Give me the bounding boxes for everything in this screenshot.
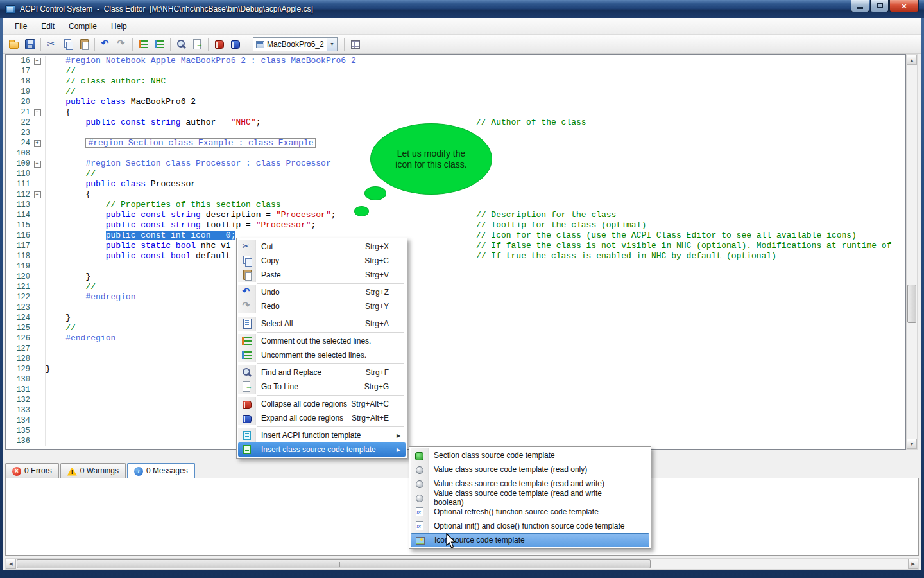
code-line-17[interactable]: 17 // xyxy=(6,66,905,76)
menu-item-insert-acpi-function-template[interactable]: Insert ACPI function template▶ xyxy=(238,428,406,442)
code-line-133[interactable]: 133 xyxy=(6,405,905,416)
close-button[interactable] xyxy=(889,0,919,12)
code-line-123[interactable]: 123 xyxy=(6,302,905,313)
comment-button[interactable] xyxy=(135,36,151,52)
code-line-20[interactable]: 20 public class MacBookPro6_2 xyxy=(6,97,905,107)
fold-expand-icon[interactable]: + xyxy=(34,140,41,147)
scroll-up-button[interactable] xyxy=(907,55,917,65)
code-line-19[interactable]: 19 // xyxy=(6,87,905,97)
find-replace-button[interactable] xyxy=(173,36,189,52)
fold-collapse-icon[interactable]: − xyxy=(34,58,41,65)
menu-compile[interactable]: Compile xyxy=(62,19,104,33)
code-line-130[interactable]: 130 xyxy=(6,374,905,385)
scroll-left-button[interactable] xyxy=(6,559,16,569)
menu-item-optional-refresh-function-source-code-template[interactable]: Optional refresh() function source code … xyxy=(411,505,649,519)
redo-button[interactable] xyxy=(114,36,130,52)
code-line-18[interactable]: 18 // class author: NHC xyxy=(6,76,905,87)
minimize-button[interactable] xyxy=(851,0,869,12)
menu-item-value-class-source-code-template-read-and-write-boolean[interactable]: Value class source code template (read a… xyxy=(411,491,649,505)
menu-help[interactable]: Help xyxy=(104,19,134,33)
cut-button[interactable] xyxy=(44,36,60,52)
code-line-118[interactable]: 118 public const bool default // If true… xyxy=(6,251,905,261)
find-replace-icon xyxy=(242,367,252,378)
code-editor[interactable]: 16− #region Notebook Apple MacBookPro6_2… xyxy=(5,54,906,450)
menu-icon-column xyxy=(238,411,256,425)
scroll-right-button[interactable] xyxy=(908,559,918,569)
menu-item-copy[interactable]: CopyStrg+C xyxy=(238,254,406,268)
horizontal-scrollbar-thumb[interactable] xyxy=(17,559,651,568)
menu-item-go-to-line[interactable]: Go To LineStrg+G xyxy=(238,380,406,394)
menu-item-paste[interactable]: PasteStrg+V xyxy=(238,268,406,282)
code-line-116[interactable]: 116 public const int icon = 0; // Icon f… xyxy=(6,231,905,241)
menu-item-undo[interactable]: UndoStrg+Z xyxy=(238,285,406,299)
menu-item-uncomment-the-selected-lines[interactable]: Uncomment the selected lines. xyxy=(238,348,406,362)
line-number: 23 xyxy=(6,128,30,138)
code-line-117[interactable]: 117 public static bool nhc_vi // If fals… xyxy=(6,241,905,251)
code-line-115[interactable]: 115 public const string tooltip = "Proce… xyxy=(6,220,905,231)
icon-editor-button[interactable] xyxy=(347,36,363,52)
horizontal-scrollbar[interactable] xyxy=(5,558,919,570)
fold-column xyxy=(30,66,44,76)
undo-button[interactable] xyxy=(98,36,114,52)
fold-collapse-icon[interactable]: − xyxy=(34,109,41,116)
fold-collapse-icon[interactable]: − xyxy=(34,161,41,168)
vertical-scrollbar-thumb[interactable] xyxy=(907,285,916,323)
code-line-120[interactable]: 120 } xyxy=(6,272,905,282)
code-line-135[interactable]: 135 xyxy=(6,426,905,436)
tab-0-errors[interactable]: 0 Errors xyxy=(5,463,59,478)
code-line-122[interactable]: 122 #endregion xyxy=(6,292,905,302)
expand-regions-button[interactable] xyxy=(227,36,243,52)
title-bar[interactable]: ACPI Control System - Class Editor [M:\N… xyxy=(0,0,924,18)
copy-button[interactable] xyxy=(60,36,76,52)
menu-item-section-class-source-code-template[interactable]: Section class source code template xyxy=(411,448,649,462)
menu-item-comment-out-the-selected-lines[interactable]: Comment out the selected lines. xyxy=(238,334,406,348)
goto-line-button[interactable] xyxy=(189,36,205,52)
menu-item-expand-all-code-regions[interactable]: Expand all code regionsStrg+Alt+E xyxy=(238,411,406,425)
code-line-129[interactable]: 129} xyxy=(6,364,905,374)
fold-collapse-icon[interactable]: − xyxy=(34,191,41,198)
refresh-function-template-icon xyxy=(416,507,424,516)
code-line-124[interactable]: 124 } xyxy=(6,313,905,323)
menu-item-insert-class-source-code-template[interactable]: Insert class source code template▶ xyxy=(238,442,406,457)
uncomment-button[interactable] xyxy=(151,36,167,52)
class-selector-combo[interactable]: MacBookPro6_2 xyxy=(253,37,338,51)
open-button[interactable] xyxy=(6,36,22,52)
tab-0-messages[interactable]: 0 Messages xyxy=(127,463,195,478)
menu-item-cut[interactable]: CutStrg+X xyxy=(238,240,406,254)
toolbar: MacBookPro6_2 xyxy=(3,35,921,54)
code-line-119[interactable]: 119 xyxy=(6,261,905,272)
menu-item-collapse-all-code-regions[interactable]: Collapse all code regionsStrg+Alt+C xyxy=(238,397,406,411)
code-line-125[interactable]: 125 // xyxy=(6,323,905,333)
menu-edit[interactable]: Edit xyxy=(34,19,62,33)
code-line-113[interactable]: 113 // Properties of this section class xyxy=(6,200,905,210)
menu-separator xyxy=(257,315,404,315)
line-number: 119 xyxy=(6,261,30,272)
vertical-scrollbar[interactable] xyxy=(906,54,918,450)
collapse-regions-button[interactable] xyxy=(211,36,227,52)
menu-file[interactable]: File xyxy=(8,19,34,33)
chevron-down-icon[interactable] xyxy=(327,38,337,51)
code-line-127[interactable]: 127 xyxy=(6,344,905,354)
scroll-down-button[interactable] xyxy=(907,439,917,449)
code-line-126[interactable]: 126 #endregion xyxy=(6,333,905,344)
tab-0-warnings[interactable]: 0 Warnings xyxy=(60,463,126,478)
maximize-button[interactable] xyxy=(870,0,889,12)
line-gutter: 21− xyxy=(6,107,46,118)
code-line-21[interactable]: 21− { xyxy=(6,107,905,118)
code-line-136[interactable]: 136 xyxy=(6,436,905,446)
code-line-16[interactable]: 16− #region Notebook Apple MacBookPro6_2… xyxy=(6,56,905,66)
code-line-132[interactable]: 132 xyxy=(6,395,905,405)
code-line-128[interactable]: 128 xyxy=(6,354,905,364)
code-line-134[interactable]: 134 xyxy=(6,416,905,426)
code-text: // Properties of this section class xyxy=(46,200,905,210)
menu-item-value-class-source-code-template-read-only[interactable]: Value class source code template (read o… xyxy=(411,462,649,477)
paste-button[interactable] xyxy=(76,36,92,52)
save-button[interactable] xyxy=(22,36,38,52)
code-line-131[interactable]: 131 xyxy=(6,385,905,395)
code-line-114[interactable]: 114 public const string description = "P… xyxy=(6,210,905,220)
menu-item-optional-init-and-close-function-source-code-template[interactable]: Optional init() and close() function sou… xyxy=(411,519,649,533)
menu-item-redo[interactable]: RedoStrg+Y xyxy=(238,299,406,313)
menu-item-find-and-replace[interactable]: Find and ReplaceStrg+F xyxy=(238,365,406,380)
code-line-121[interactable]: 121 // xyxy=(6,282,905,292)
menu-item-select-all[interactable]: Select AllStrg+A xyxy=(238,317,406,331)
